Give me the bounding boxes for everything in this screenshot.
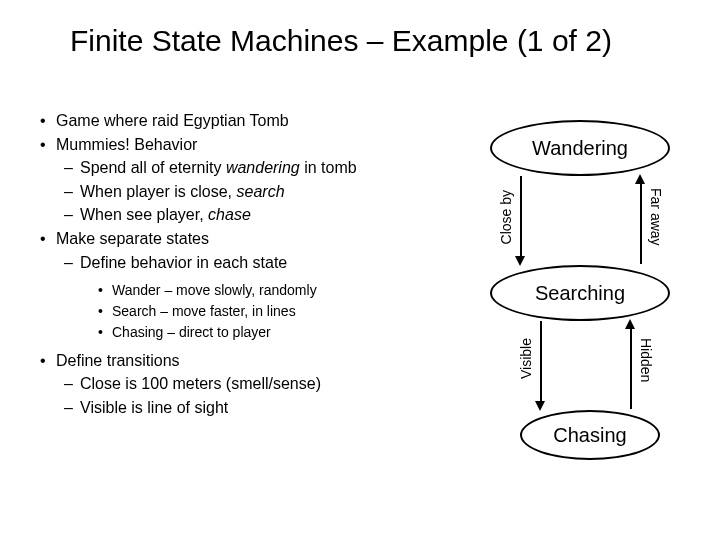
- sub-bullet: Spend all of eternity wandering in tomb: [30, 157, 410, 179]
- sub-sub-bullet: Chasing – direct to player: [30, 323, 410, 342]
- page-title: Finite State Machines – Example (1 of 2): [70, 24, 612, 58]
- bullet: Make separate states: [30, 228, 410, 250]
- sub-sub-bullet: Wander – move slowly, randomly: [30, 281, 410, 300]
- edge-hidden: Hidden: [638, 338, 654, 382]
- fsm-diagram: Wandering Searching Chasing Close by Far…: [430, 120, 700, 500]
- bullet-content: Game where raid Egyptian Tomb Mummies! B…: [30, 110, 410, 421]
- state-wandering: Wandering: [490, 120, 670, 176]
- sub-sub-bullet: Search – move faster, in lines: [30, 302, 410, 321]
- sub-bullet: Define behavior in each state: [30, 252, 410, 274]
- edge-faraway: Far away: [648, 188, 664, 246]
- sub-bullet: When see player, chase: [30, 204, 410, 226]
- sub-bullet: Visible is line of sight: [30, 397, 410, 419]
- sub-bullet: Close is 100 meters (smell/sense): [30, 373, 410, 395]
- state-chasing: Chasing: [520, 410, 660, 460]
- bullet: Mummies! Behavior: [30, 134, 410, 156]
- bullet: Define transitions: [30, 350, 410, 372]
- bullet: Game where raid Egyptian Tomb: [30, 110, 410, 132]
- edge-closeby: Close by: [498, 190, 514, 244]
- edge-visible: Visible: [518, 338, 534, 379]
- state-searching: Searching: [490, 265, 670, 321]
- sub-bullet: When player is close, search: [30, 181, 410, 203]
